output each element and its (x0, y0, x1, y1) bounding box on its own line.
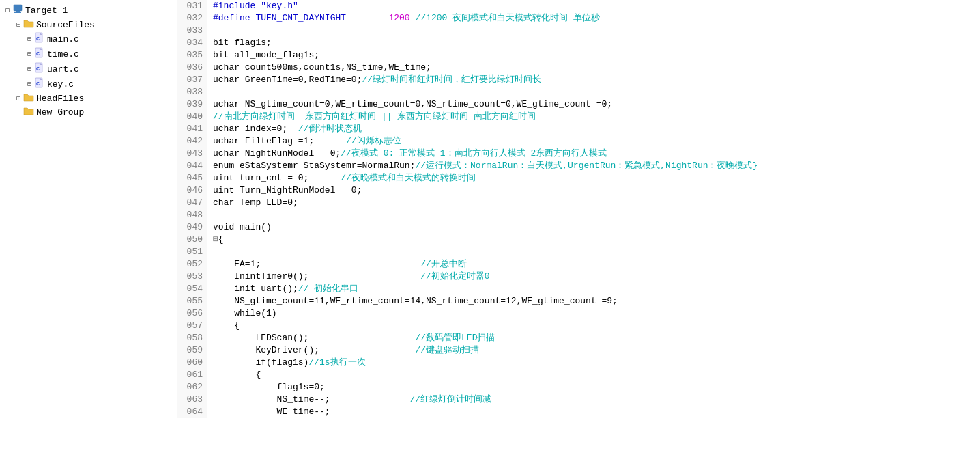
svg-text:C: C (36, 81, 40, 86)
line-number: 060 (177, 357, 207, 369)
line-number: 055 (177, 295, 207, 307)
line-content[interactable]: NS_gtime_count=11,WE_rtime_count=14,NS_r… (207, 295, 980, 307)
tree-item-main_c[interactable]: ⊞Cmain.c (0, 31, 177, 46)
code-line: 050⊟{ (177, 234, 980, 246)
code-line: 039uchar NS_gtime_count=0,WE_rtime_count… (177, 98, 980, 111)
line-content[interactable]: InintTimer0(); //初始化定时器0 (207, 271, 980, 283)
line-content[interactable]: init_uart();// 初始化串口 (207, 283, 980, 295)
line-content[interactable]: void main() (207, 221, 980, 234)
tree-expander[interactable] (14, 107, 23, 117)
code-editor[interactable]: 031#include "key.h"032#define TUEN_CNT_D… (177, 0, 980, 470)
line-content[interactable]: uchar GreenTime=0,RedTime=0;//绿灯时间和红灯时间，… (207, 74, 980, 86)
line-number: 059 (177, 344, 207, 357)
tree-item-target1[interactable]: ⊟Target 1 (0, 3, 177, 18)
line-number: 051 (177, 246, 207, 258)
tree-item-key_c[interactable]: ⊞Ckey.c (0, 77, 177, 92)
code-line: 040//南北方向绿灯时间 东西方向红灯时间 || 东西方向绿灯时间 南北方向红… (177, 111, 980, 123)
line-number: 045 (177, 172, 207, 184)
line-content[interactable]: KeyDriver(); //键盘驱动扫描 (207, 344, 980, 357)
line-content[interactable]: if(flag1s)//1s执行一次 (207, 357, 980, 369)
line-number: 031 (177, 0, 207, 12)
line-content[interactable]: #define TUEN_CNT_DAYNIGHT 1200 //1200 夜间… (207, 12, 980, 25)
line-content[interactable]: uint turn_cnt = 0; //夜晚模式和白天模式的转换时间 (207, 172, 980, 184)
line-content[interactable]: while(1) (207, 307, 980, 320)
code-line: 042uchar FilteFlag =1; //闪烁标志位 (177, 135, 980, 148)
code-line: 033 (177, 25, 980, 37)
code-line: 031#include "key.h" (177, 0, 980, 12)
code-line: 044enum eStaSystemr StaSystemr=NormalRun… (177, 160, 980, 172)
line-content[interactable]: { (207, 320, 980, 332)
line-content[interactable]: EA=1; //开总中断 (207, 258, 980, 271)
line-number: 041 (177, 123, 207, 135)
line-content[interactable]: flag1s=0; (207, 381, 980, 393)
line-content[interactable]: uchar FilteFlag =1; //闪烁标志位 (207, 135, 980, 148)
line-number: 046 (177, 184, 207, 197)
line-content[interactable]: bit all_mode_flag1s; (207, 49, 980, 61)
tree-expander[interactable]: ⊞ (25, 79, 34, 89)
line-number: 035 (177, 49, 207, 61)
line-content[interactable]: uchar index=0; //倒计时状态机 (207, 123, 980, 135)
folder-icon (23, 18, 34, 31)
file-c-icon: C (34, 47, 45, 61)
line-content[interactable] (207, 246, 980, 258)
code-line: 062 flag1s=0; (177, 381, 980, 393)
tree-item-label: HeadFiles (36, 94, 84, 104)
line-content[interactable]: enum eStaSystemr StaSystemr=NormalRun;//… (207, 160, 980, 172)
tree-expander[interactable]: ⊞ (14, 94, 23, 103)
line-number: 034 (177, 37, 207, 49)
line-content[interactable]: uchar count500ms,count1s,NS_time,WE_time… (207, 61, 980, 74)
tree-item-uart_c[interactable]: ⊞Cuart.c (0, 61, 177, 77)
line-content[interactable]: { (207, 369, 980, 381)
code-line: 043uchar NightRunModel = 0;//夜模式 0: 正常模式… (177, 148, 980, 160)
code-line: 058 LEDScan(); //数码管即LED扫描 (177, 332, 980, 344)
tree-expander[interactable]: ⊞ (25, 34, 34, 44)
line-number: 058 (177, 332, 207, 344)
target-icon (12, 3, 23, 17)
code-line: 052 EA=1; //开总中断 (177, 258, 980, 271)
line-number: 061 (177, 369, 207, 381)
tree-item-label: time.c (47, 49, 79, 59)
tree-item-sourcefiles[interactable]: ⊟SourceFiles (0, 18, 177, 31)
code-line: 061 { (177, 369, 980, 381)
line-number: 052 (177, 258, 207, 271)
line-content[interactable]: WE_time--; (207, 406, 980, 418)
line-content[interactable] (207, 209, 980, 221)
line-content[interactable]: uint Turn_NightRunModel = 0; (207, 184, 980, 197)
code-line: 041uchar index=0; //倒计时状态机 (177, 123, 980, 135)
tree-item-headfiles[interactable]: ⊞HeadFiles (0, 92, 177, 105)
tree-item-time_c[interactable]: ⊞Ctime.c (0, 46, 177, 61)
line-content[interactable] (207, 86, 980, 98)
line-content[interactable]: char Temp_LED=0; (207, 197, 980, 209)
code-line: 036uchar count500ms,count1s,NS_time,WE_t… (177, 61, 980, 74)
code-line: 038 (177, 86, 980, 98)
line-content[interactable]: LEDScan(); //数码管即LED扫描 (207, 332, 980, 344)
line-number: 048 (177, 209, 207, 221)
code-line: 057 { (177, 320, 980, 332)
tree-expander[interactable]: ⊟ (14, 20, 23, 29)
line-content[interactable]: ⊟{ (207, 234, 980, 246)
tree-item-newgroup[interactable]: New Group (0, 105, 177, 119)
file-c-icon: C (34, 77, 45, 91)
line-number: 062 (177, 381, 207, 393)
tree-expander[interactable]: ⊞ (25, 64, 34, 74)
file-c-icon: C (34, 62, 45, 76)
line-number: 053 (177, 271, 207, 283)
line-number: 047 (177, 197, 207, 209)
tree-expander[interactable]: ⊟ (3, 5, 12, 15)
code-line: 048 (177, 209, 980, 221)
line-content[interactable]: uchar NightRunModel = 0;//夜模式 0: 正常模式 1：… (207, 148, 980, 160)
line-content[interactable]: NS_time--; //红绿灯倒计时间减 (207, 393, 980, 406)
svg-text:C: C (36, 51, 40, 56)
line-content[interactable]: bit flag1s; (207, 37, 980, 49)
code-line: 035bit all_mode_flag1s; (177, 49, 980, 61)
line-number: 043 (177, 148, 207, 160)
line-number: 050 (177, 234, 207, 246)
tree-expander[interactable]: ⊞ (25, 49, 34, 59)
code-line: 051 (177, 246, 980, 258)
line-number: 063 (177, 393, 207, 406)
line-number: 054 (177, 283, 207, 295)
line-content[interactable]: //南北方向绿灯时间 东西方向红灯时间 || 东西方向绿灯时间 南北方向红时间 (207, 111, 980, 123)
line-content[interactable] (207, 25, 980, 37)
line-content[interactable]: #include "key.h" (207, 0, 980, 12)
line-content[interactable]: uchar NS_gtime_count=0,WE_rtime_count=0,… (207, 98, 980, 111)
